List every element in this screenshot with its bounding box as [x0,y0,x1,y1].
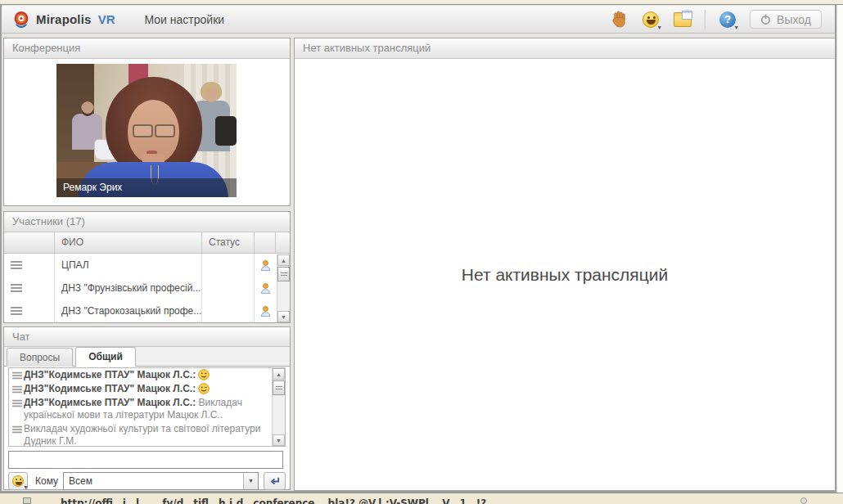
drag-handle-icon[interactable] [11,284,22,292]
participant-name: ДНЗ "Фрунзівський професій... [55,277,202,299]
participants-panel-title: Участники (17) [4,212,290,232]
toolbar: MirapolisVR Мои настройки ▼ ? ▼ [2,6,835,34]
message-menu-icon[interactable] [12,400,22,407]
message-menu-icon[interactable] [12,386,22,394]
no-broadcast-message: Нет активных трансляций [462,265,668,285]
chevron-down-icon: ▼ [23,484,29,490]
enter-arrow-icon [269,476,280,487]
participant-name: ЦПАЛ [55,254,202,277]
participant-row[interactable]: ДНЗ "Фрунзівський професій... [4,277,290,299]
participant-status [202,254,255,277]
power-icon [760,14,771,25]
chat-input[interactable] [8,451,283,469]
chat-message: ДНЗ"Кодимське ПТАУ" Мацюк Л.С.: Викладач… [9,396,272,422]
chat-tabs: Вопросы Общий [4,347,290,367]
speaker-name-overlay: Ремарк Эрих [56,178,237,197]
wink-smiley-icon [198,369,210,380]
background-person-head [205,88,218,102]
column-scroll [276,232,290,253]
recipient-value: Всем [69,475,92,487]
message-menu-icon[interactable] [12,426,22,434]
participants-rows: ЦПАЛДНЗ "Фрунзівський професій...ДНЗ "Ст… [4,254,290,322]
chat-message: ДНЗ"Кодимське ПТАУ" Мацюк Л.С.: [9,382,272,396]
participant-icon [259,282,272,295]
chat-message: Викладач художньої культури та світової … [9,422,272,446]
participant-icon [259,305,272,317]
insert-emoticon-button[interactable]: ▼ [8,472,28,490]
scroll-down-icon[interactable]: ▼ [273,434,285,446]
recipient-label: Кому [35,475,58,487]
folder-icon [674,15,692,27]
window-border-left [0,5,2,493]
files-icon[interactable] [673,10,692,29]
status-bar: http://offi…i…l… …fv/d…tifl…h.i.d…confer… [0,493,843,504]
status-page-icon [23,497,31,504]
conference-panel: Конференция Ремарк Эрих [3,38,291,206]
broadcast-panel: Нет активных трансляций Нет активных тра… [294,38,836,491]
app-logo: MirapolisVR [11,10,115,29]
status-indicator-icon [800,497,807,504]
participants-scrollbar[interactable]: ▲ ▼ [277,254,290,322]
wink-smiley-icon [198,383,210,394]
smiley-face-icon [12,475,24,487]
chat-message: ДНЗ"Кодимське ПТАУ" Мацюк Л.С.: [9,368,272,382]
chat-panel-title: Чат [4,327,290,347]
scroll-up-icon[interactable]: ▲ [277,254,290,266]
dark-bag [215,116,237,146]
chevron-down-icon[interactable]: ▼ [243,473,258,489]
chat-messages-box: ДНЗ"Кодимське ПТАУ" Мацюк Л.С.:ДНЗ"Кодим… [8,367,286,447]
participant-row[interactable]: ЦПАЛ [4,254,290,277]
participant-icon [259,259,272,272]
toolbar-separator [705,10,706,29]
tab-general[interactable]: Общий [75,347,136,367]
column-drag [4,232,55,253]
browser-chrome-strip [0,0,843,5]
broadcast-panel-title: Нет активных трансляций [295,38,835,59]
participant-row[interactable]: ДНЗ "Старокозацький профе... [4,299,290,322]
scrollbar-thumb[interactable] [273,380,285,395]
message-menu-icon[interactable] [12,372,22,380]
emoticons-icon[interactable]: ▼ [641,10,660,29]
tab-questions[interactable]: Вопросы [7,348,73,367]
column-fio: ФИО [55,232,202,253]
video-feed[interactable]: Ремарк Эрих [56,64,237,197]
scroll-down-icon[interactable]: ▼ [277,311,290,322]
chevron-down-icon: ▼ [656,25,662,30]
participants-table-header: ФИО Статус [4,232,290,254]
chevron-down-icon: ▼ [733,25,739,30]
message-author: ДНЗ"Кодимське ПТАУ" Мацюк Л.С.: [24,397,196,408]
chat-scrollbar[interactable]: ▲ ▼ [272,368,285,446]
broadcast-area: Нет активных трансляций [295,59,835,490]
drag-handle-icon[interactable] [11,307,22,315]
recipient-select[interactable]: Всем ▼ [63,472,259,490]
chat-panel: Чат Вопросы Общий ДНЗ"Кодимське ПТАУ" Ма… [3,326,291,490]
participant-name: ДНЗ "Старокозацький профе... [55,299,202,322]
participants-panel: Участники (17) ФИО Статус ЦПАЛДНЗ "Фрунз… [3,211,291,323]
drag-handle-icon[interactable] [11,261,22,269]
column-icon [255,232,276,253]
scrollbar-thumb[interactable] [277,267,290,281]
column-status: Статус [202,232,255,253]
logout-button[interactable]: Выход [750,10,822,29]
participant-status [202,277,255,299]
status-url-text: http://offi…i…l… …fv/d…tifl…h.i.d…confer… [61,497,486,504]
message-author: ДНЗ"Кодимське ПТАУ" Мацюк Л.С.: [24,369,196,380]
participant-status [202,299,255,322]
mirapolis-logo-icon [11,10,31,29]
speaker-glasses [133,124,175,135]
menu-item-my-settings[interactable]: Мои настройки [145,13,225,26]
chat-message-list: ДНЗ"Кодимське ПТАУ" Мацюк Л.С.:ДНЗ"Кодим… [9,368,272,446]
help-icon[interactable]: ? ▼ [718,10,737,29]
brand-suffix: VR [98,12,115,26]
browser-scrollbar-track[interactable] [836,5,843,493]
chat-bottom-row: ▼ Кому Всем ▼ [8,472,286,490]
raise-hand-icon[interactable] [609,10,629,29]
message-text: Викладач художньої культури та світової … [24,423,261,446]
logout-label: Выход [777,13,811,26]
conference-panel-title: Конференция [4,38,290,59]
message-author: ДНЗ"Кодимське ПТАУ" Мацюк Л.С.: [24,383,196,394]
send-message-button[interactable] [264,472,286,490]
scroll-up-icon[interactable]: ▲ [273,368,285,380]
brand-name: Mirapolis [36,12,92,26]
toolbar-right-group: ▼ ? ▼ Выход [609,10,835,29]
